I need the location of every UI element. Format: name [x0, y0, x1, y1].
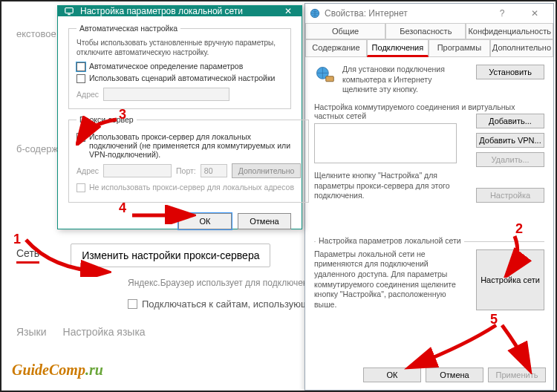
ip-apply-button[interactable]: Применить: [488, 368, 546, 382]
add-vpn-button[interactable]: Добавить VPN...: [476, 133, 544, 148]
checkbox-icon: [76, 183, 85, 192]
ip-cancel-button[interactable]: Отмена: [426, 368, 483, 382]
connections-listbox[interactable]: [314, 123, 457, 163]
lan-icon: [64, 6, 74, 16]
proxy-fieldset: Прокси-сервер Использовать прокси-сервер…: [68, 115, 309, 203]
lan-ok-button[interactable]: ОК: [178, 213, 232, 229]
ip-tabs-row1: Общие Безопасность Конфиденциальность: [305, 23, 553, 39]
use-proxy-label: Использовать прокси-сервер для локальных…: [89, 132, 301, 159]
tab-security[interactable]: Безопасность: [385, 23, 466, 39]
proxy-port-label: Порт:: [176, 166, 196, 175]
bypass-local-checkbox: Не использовать прокси-сервер для локаль…: [76, 183, 301, 192]
network-section-label: Сеть: [16, 247, 39, 264]
tab-programs[interactable]: Программы: [429, 39, 490, 57]
auto-config-legend: Автоматическая настройка: [76, 24, 180, 33]
connections-button-stack: Добавить... Добавить VPN... Удалить... Н…: [476, 114, 544, 203]
remove-button: Удалить...: [476, 152, 544, 167]
svg-rect-5: [68, 14, 71, 16]
ip-titlebar: Свойства: Интернет ? ✕: [305, 4, 553, 23]
proxy-advanced-button: Дополнительно: [232, 163, 302, 178]
checkbox-icon[interactable]: [76, 74, 85, 83]
change-proxy-settings-button[interactable]: Изменить настройки прокси-сервера: [71, 244, 270, 267]
internet-properties-dialog: Свойства: Интернет ? ✕ Общие Безопасност…: [304, 3, 554, 391]
lan-title-text: Настройка параметров локальной сети: [80, 6, 243, 16]
lan-body: Автоматическая настройка Чтобы использов…: [58, 16, 302, 235]
auto-config-fieldset: Автоматическая настройка Чтобы использов…: [68, 24, 291, 109]
internet-icon: [310, 8, 320, 19]
proxy-legend: Прокси-сервер: [76, 115, 137, 124]
lan-text: Параметры локальной сети не применяются …: [314, 249, 470, 310]
proxy-port-input[interactable]: [201, 164, 227, 177]
tab-general[interactable]: Общие: [305, 23, 385, 39]
checkbox-icon[interactable]: [128, 299, 137, 309]
ip-title-text: Свойства: Интернет: [325, 8, 408, 19]
dialup-note: Щелкните кнопку "Настройка" для параметр…: [314, 171, 460, 201]
auto-config-note: Чтобы использовать установленные вручную…: [76, 39, 283, 57]
tab-content[interactable]: Содержание: [305, 39, 367, 57]
auto-script-checkbox[interactable]: Использовать сценарий автоматической нас…: [76, 74, 283, 83]
lang-settings-button[interactable]: Настройка языка: [63, 326, 146, 338]
proxy-address-input: [103, 164, 172, 177]
auto-detect-checkbox[interactable]: Автоматическое определение параметров: [76, 62, 283, 71]
tab-connections[interactable]: Подключения: [367, 39, 429, 57]
proxy-address-label: Адрес: [76, 166, 99, 175]
auto-script-label: Использовать сценарий автоматической нас…: [89, 74, 275, 82]
ip-ok-button[interactable]: ОК: [363, 368, 421, 382]
auto-script-address-input: [103, 88, 229, 101]
connection-settings-button: Настройка: [476, 188, 544, 203]
address-label: Адрес: [76, 90, 99, 99]
lan-settings-dialog: Настройка параметров локальной сети ✕ Ав…: [57, 5, 302, 229]
globe-connection-icon: [314, 65, 335, 85]
close-button[interactable]: ✕: [521, 4, 549, 22]
ip-footer: ОК Отмена Применить: [305, 362, 553, 390]
checkbox-icon[interactable]: [76, 133, 85, 142]
svg-rect-2: [326, 76, 334, 82]
lan-footer: ОК Отмена: [68, 209, 291, 229]
lan-legend: Настройка параметров локальной сети: [316, 236, 464, 245]
ip-tabs-row2: Содержание Подключения Программы Дополни…: [305, 39, 553, 57]
use-proxy-checkbox[interactable]: Использовать прокси-сервер для локальных…: [76, 132, 301, 159]
bg-checkbox-label: Подключаться к сайтам, использующи: [142, 298, 314, 310]
lan-settings-button[interactable]: Настройка сети: [476, 249, 544, 310]
ip-body: Для установки подключения компьютера к И…: [305, 57, 553, 362]
lan-close-button[interactable]: ✕: [281, 6, 296, 16]
setup-button[interactable]: Установить: [476, 65, 544, 79]
svg-rect-3: [65, 8, 74, 13]
bypass-local-label: Не использовать прокси-сервер для локаль…: [89, 183, 294, 192]
lan-cancel-button[interactable]: Отмена: [238, 213, 291, 229]
auto-detect-label: Автоматическое определение параметров: [89, 62, 243, 71]
lan-fieldset: Настройка параметров локальной сети: [314, 241, 544, 242]
add-button[interactable]: Добавить...: [476, 114, 544, 128]
help-button[interactable]: ?: [488, 4, 516, 22]
lang-section-label: Языки: [16, 326, 47, 338]
checkbox-icon[interactable]: [76, 62, 85, 71]
lan-titlebar: Настройка параметров локальной сети ✕: [58, 6, 302, 16]
watermark: GuideComp.ru: [12, 362, 103, 379]
tab-privacy[interactable]: Конфиденциальность: [466, 23, 553, 39]
ip-setup-text: Для установки подключения компьютера к И…: [342, 65, 469, 95]
tab-advanced[interactable]: Дополнительно: [490, 39, 553, 57]
